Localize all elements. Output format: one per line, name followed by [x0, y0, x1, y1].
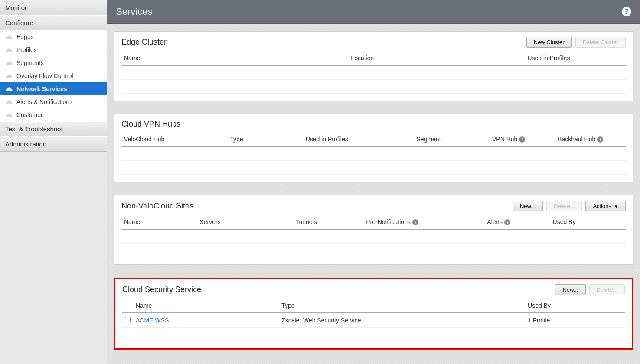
chevron-down-icon: ▼ [614, 204, 618, 209]
col-hub[interactable]: VeloCloud Hub [121, 132, 227, 147]
col-type[interactable]: Type [227, 132, 303, 147]
delete-cluster-button[interactable]: Delete Cluster [575, 37, 626, 48]
info-icon[interactable]: i [519, 136, 525, 143]
col-name[interactable]: Name [121, 51, 348, 65]
main-content: Services ? Edge Cluster New Cluster Dele… [107, 0, 640, 364]
nav-group-test-troubleshoot[interactable]: Test & Troubleshoot [0, 121, 107, 136]
cloud-security-service-table: Name Type Used By ACME WSS Zscaler Web S… [122, 299, 625, 341]
edge-cluster-table: Name Location Used in Profiles [121, 51, 626, 94]
panel-title-cloud-security-service: Cloud Security Service [122, 285, 201, 294]
panel-cloud-vpn-hubs: Cloud VPN Hubs VeloCloud Hub Type Used i… [114, 114, 633, 182]
col-type[interactable]: Type [279, 299, 525, 313]
nav-item-label: Alerts & Notifications [16, 98, 72, 105]
table-row [122, 327, 625, 341]
col-vpn-hub[interactable]: VPN Hubi [490, 132, 555, 147]
nav-item-edges[interactable]: Edges [0, 30, 107, 43]
sidebar: Monitor Configure Edges Profiles Segment… [0, 0, 107, 364]
help-icon[interactable]: ? [622, 7, 631, 16]
actions-button[interactable]: Actions▼ [585, 201, 626, 211]
panel-edge-cluster: Edge Cluster New Cluster Delete Cluster … [114, 31, 633, 101]
non-velocloud-sites-table: Name Servers Tunnels Pre-Notificationsi … [121, 215, 626, 257]
cloud-icon [5, 112, 13, 117]
col-servers[interactable]: Servers [197, 215, 293, 230]
cloud-icon [5, 34, 13, 39]
nav-item-segments[interactable]: Segments [0, 56, 107, 69]
cloud-icon [5, 47, 13, 52]
cloud-vpn-hubs-table: VeloCloud Hub Type Used in Profiles Segm… [121, 132, 626, 175]
col-pre-notifications[interactable]: Pre-Notificationsi [363, 215, 484, 230]
new-css-button[interactable]: New... [555, 284, 585, 295]
nav-item-label: Customer [16, 111, 43, 118]
delete-site-button[interactable]: Delete... [546, 201, 582, 211]
css-name-link[interactable]: ACME WSS [133, 313, 279, 328]
nav-item-network-services[interactable]: Network Services [0, 82, 107, 95]
nav-item-label: Network Services [16, 85, 67, 92]
info-icon[interactable]: i [597, 136, 603, 143]
page-title: Services [116, 6, 152, 17]
col-used-in-profiles[interactable]: Used in Profiles [303, 132, 414, 147]
nav-item-label: Edges [16, 33, 34, 40]
css-used-by: 1 Profile [525, 313, 625, 328]
delete-css-button[interactable]: Delete... [589, 284, 625, 295]
nav-item-customer[interactable]: Customer [0, 108, 107, 121]
table-row [121, 160, 626, 174]
nav-item-overlay-flow-control[interactable]: Overlay Flow Control [0, 69, 107, 82]
css-type: Zscaler Web Security Service [279, 313, 525, 328]
panel-title-non-velocloud-sites: Non-VeloCloud Sites [121, 202, 193, 211]
nav-item-label: Segments [16, 59, 44, 66]
cloud-icon [5, 73, 13, 78]
cloud-icon [5, 86, 13, 91]
col-location[interactable]: Location [348, 51, 525, 65]
nav-item-label: Profiles [16, 46, 37, 53]
col-name[interactable]: Name [121, 215, 197, 230]
new-cluster-button[interactable]: New Cluster [526, 37, 572, 48]
col-name[interactable]: Name [133, 299, 279, 313]
col-backhaul-hub[interactable]: Backhaul Hubi [555, 132, 626, 147]
nav-group-administration[interactable]: Administration [0, 136, 107, 152]
nav-item-label: Overlay Flow Control [16, 72, 73, 79]
col-alerts[interactable]: Alertsi [484, 215, 550, 230]
new-site-button[interactable]: New... [513, 201, 543, 211]
nav-group-monitor[interactable]: Monitor [0, 0, 107, 15]
col-used-in-profiles[interactable]: Used in Profiles [525, 51, 626, 65]
col-segment[interactable]: Segment [414, 132, 490, 147]
col-used-by[interactable]: Used By [550, 215, 626, 230]
nav-item-profiles[interactable]: Profiles [0, 43, 107, 56]
panel-non-velocloud-sites: Non-VeloCloud Sites New... Delete... Act… [114, 195, 633, 265]
table-row [121, 243, 626, 257]
info-icon[interactable]: i [412, 219, 418, 225]
page-header: Services ? [107, 0, 640, 24]
cloud-icon [5, 60, 13, 65]
col-used-by[interactable]: Used By [525, 299, 625, 313]
cloud-icon [5, 99, 13, 104]
panel-cloud-security-service: Cloud Security Service New... Delete... … [114, 278, 633, 350]
nav-group-configure[interactable]: Configure [0, 15, 107, 30]
table-row[interactable]: ACME WSS Zscaler Web Security Service 1 … [122, 313, 625, 328]
table-row [121, 146, 626, 160]
panel-title-cloud-vpn-hubs: Cloud VPN Hubs [121, 120, 180, 129]
table-row [121, 65, 626, 79]
col-tunnels[interactable]: Tunnels [293, 215, 363, 230]
info-icon[interactable]: i [504, 219, 510, 225]
table-row [121, 79, 626, 93]
nav-item-alerts-notifications[interactable]: Alerts & Notifications [0, 95, 107, 108]
row-checkbox[interactable] [125, 317, 131, 322]
panel-title-edge-cluster: Edge Cluster [121, 38, 167, 47]
table-row [121, 229, 626, 243]
